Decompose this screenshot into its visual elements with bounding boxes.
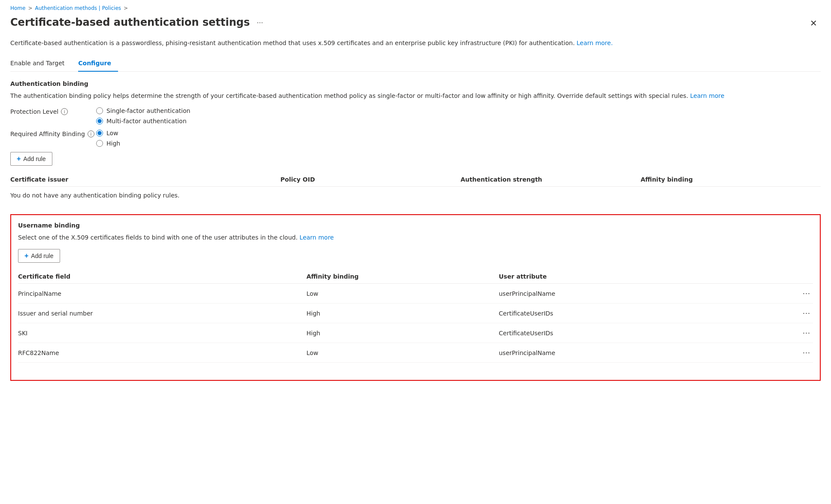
auth-binding-description: The authentication binding policy helps … (10, 91, 821, 100)
add-rule-plus-icon: + (17, 155, 21, 163)
row-actions-button-3[interactable]: ··· (800, 347, 813, 358)
auth-binding-learn-more[interactable]: Learn more (690, 92, 725, 99)
username-add-rule-label: Add rule (31, 252, 53, 259)
multi-factor-option[interactable]: Multi-factor authentication (96, 118, 190, 124)
cert-field-3: RFC822Name (18, 349, 306, 356)
user-attr-0: userPrincipalName (499, 290, 787, 297)
protection-level-row: Protection Level i Single-factor authent… (10, 107, 821, 124)
single-factor-radio[interactable] (96, 107, 103, 114)
col-user-attr: User attribute (499, 273, 787, 280)
breadcrumb-sep2: > (124, 5, 128, 11)
affinity-options: Low High (96, 130, 120, 147)
username-binding-table-header: Certificate field Affinity binding User … (18, 270, 813, 284)
tabs-container: Enable and Target Configure (10, 56, 821, 72)
user-attr-3: userPrincipalName (499, 349, 787, 356)
username-binding-table-body: PrincipalName Low userPrincipalName ··· … (18, 284, 813, 363)
affinity-2: High (306, 330, 499, 337)
col-policy-oid: Policy OID (280, 176, 461, 183)
row-actions-button-0[interactable]: ··· (800, 288, 813, 299)
protection-level-options: Single-factor authentication Multi-facto… (96, 107, 190, 124)
breadcrumb: Home > Authentication methods | Policies… (10, 5, 821, 11)
username-binding-table: Certificate field Affinity binding User … (18, 270, 813, 363)
affinity-binding-row: Required Affinity Binding i Low High (10, 130, 821, 147)
table-row: RFC822Name Low userPrincipalName ··· (18, 343, 813, 363)
breadcrumb-sep1: > (28, 5, 32, 11)
auth-binding-section: Authentication binding The authenticatio… (10, 80, 821, 204)
auth-binding-table-header: Certificate issuer Policy OID Authentica… (10, 173, 821, 187)
table-row: Issuer and serial number High Certificat… (18, 304, 813, 323)
page-title: Certificate-based authentication setting… (10, 16, 250, 28)
cert-field-0: PrincipalName (18, 290, 306, 297)
auth-binding-title: Authentication binding (10, 80, 821, 87)
auth-binding-empty-message: You do not have any authentication bindi… (10, 187, 821, 204)
affinity-1: High (306, 310, 499, 317)
affinity-high-label: High (106, 140, 120, 147)
description-learn-more-link[interactable]: Learn more. (576, 39, 613, 46)
username-binding-description: Select one of the X.509 certificates fie… (18, 233, 813, 242)
row-actions-2: ··· (787, 328, 813, 338)
auth-binding-table-body: You do not have any authentication bindi… (10, 187, 821, 204)
auth-binding-table: Certificate issuer Policy OID Authentica… (10, 173, 821, 204)
affinity-low-option[interactable]: Low (96, 130, 120, 137)
table-row: PrincipalName Low userPrincipalName ··· (18, 284, 813, 304)
row-actions-0: ··· (787, 288, 813, 299)
col-cert-field: Certificate field (18, 273, 306, 280)
affinity-0: Low (306, 290, 499, 297)
page-container: Home > Authentication methods | Policies… (0, 0, 831, 504)
row-actions-3: ··· (787, 347, 813, 358)
tab-enable-target[interactable]: Enable and Target (10, 56, 71, 72)
breadcrumb-home[interactable]: Home (10, 5, 25, 11)
row-actions-button-1[interactable]: ··· (800, 308, 813, 319)
user-attr-1: CertificateUserIDs (499, 310, 787, 317)
row-actions-button-2[interactable]: ··· (800, 328, 813, 338)
username-binding-section: Username binding Select one of the X.509… (10, 214, 821, 381)
username-binding-learn-more[interactable]: Learn more (300, 234, 334, 241)
multi-factor-label: Multi-factor authentication (106, 118, 187, 124)
cert-field-2: SKI (18, 330, 306, 337)
auth-binding-add-rule-button[interactable]: + Add rule (10, 152, 52, 166)
page-description: Certificate-based authentication is a pa… (10, 39, 821, 48)
affinity-binding-info-icon: i (88, 131, 94, 137)
row-actions-1: ··· (787, 308, 813, 319)
table-row: SKI High CertificateUserIDs ··· (18, 323, 813, 343)
cert-field-1: Issuer and serial number (18, 310, 306, 317)
col-cert-issuer: Certificate issuer (10, 176, 280, 183)
username-add-rule-plus-icon: + (24, 252, 28, 260)
username-binding-add-rule-button[interactable]: + Add rule (18, 249, 60, 263)
close-button[interactable]: ✕ (807, 16, 821, 30)
single-factor-label: Single-factor authentication (106, 107, 190, 114)
more-options-button[interactable]: ··· (254, 17, 266, 28)
add-rule-label: Add rule (23, 155, 45, 162)
page-header-left: Certificate-based authentication setting… (10, 16, 266, 28)
affinity-high-option[interactable]: High (96, 140, 120, 147)
protection-level-label: Protection Level i (10, 107, 96, 115)
protection-level-info-icon: i (61, 108, 68, 115)
single-factor-option[interactable]: Single-factor authentication (96, 107, 190, 114)
col-affinity-binding: Affinity binding (640, 176, 821, 183)
page-header: Certificate-based authentication setting… (10, 16, 821, 30)
affinity-high-radio[interactable] (96, 140, 103, 147)
col-actions-header (787, 273, 813, 280)
affinity-low-radio[interactable] (96, 130, 103, 137)
affinity-binding-label: Required Affinity Binding i (10, 130, 96, 137)
username-binding-title: Username binding (18, 222, 813, 229)
multi-factor-radio[interactable] (96, 118, 103, 124)
col-auth-strength: Authentication strength (461, 176, 641, 183)
affinity-3: Low (306, 349, 499, 356)
breadcrumb-auth[interactable]: Authentication methods | Policies (35, 5, 121, 11)
affinity-low-label: Low (106, 130, 118, 137)
user-attr-2: CertificateUserIDs (499, 330, 787, 337)
tab-configure[interactable]: Configure (78, 56, 118, 72)
col-affinity: Affinity binding (306, 273, 499, 280)
